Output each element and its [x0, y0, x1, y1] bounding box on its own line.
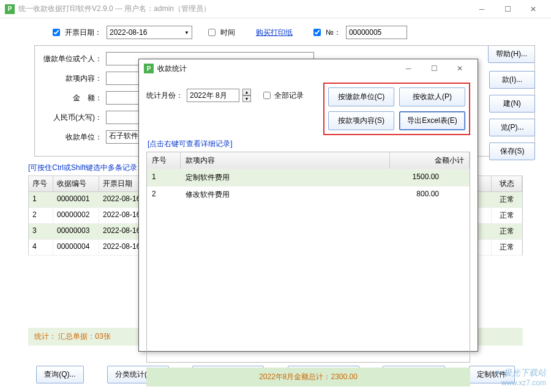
by-payer-button[interactable]: 按缴款单位(C)	[328, 87, 394, 106]
cell-status: 正常	[492, 192, 522, 207]
cell-seq: 1	[147, 169, 181, 186]
cell-seq: 1	[29, 192, 53, 207]
time-checkbox[interactable]	[208, 29, 216, 36]
by-payee-button[interactable]: 按收款人(P)	[399, 87, 465, 106]
cell-amount: 800.00	[390, 187, 470, 203]
th-status[interactable]: 状态	[492, 176, 522, 191]
minimize-icon[interactable]: ─	[469, 1, 495, 18]
payee-value: 石子软件	[109, 131, 138, 140]
cell-amount: 1500.00	[390, 169, 470, 186]
payer-label: 缴款单位或个人：	[41, 54, 102, 64]
rmb-label: 人民币(大写)：	[41, 113, 102, 123]
dialog-hint: [点击右键可查看详细记录]	[148, 139, 470, 149]
side-buttons: 款(I)... 建(N) 览(P)... 保存(S)	[489, 71, 535, 160]
invoice-date-combo[interactable]: 2022-08-16 ▼	[107, 26, 192, 39]
th-seq[interactable]: 序号	[29, 176, 53, 191]
side-button-3[interactable]: 览(P)...	[489, 119, 535, 136]
titlebar: P 统一收款收据打印软件V2.9.0 --- 用户名：admin（管理员） ─ …	[0, 0, 551, 18]
dialog-icon: P	[144, 64, 154, 73]
month-label: 统计月份：	[146, 91, 183, 101]
amount-label: 金 额：	[41, 93, 102, 103]
top-toolbar: 开票日期： 2022-08-16 ▼ 时间 购买打印纸 №： 00000005	[10, 26, 541, 39]
month-input[interactable]: 2022年 8月	[187, 89, 239, 102]
dlg-th-content[interactable]: 款项内容	[181, 152, 390, 169]
window-title: 统一收款收据打印软件V2.9.0 --- 用户名：admin（管理员）	[18, 4, 469, 14]
spin-up-icon[interactable]: ▲	[242, 89, 251, 95]
side-button-4[interactable]: 保存(S)	[489, 142, 535, 160]
cell-content: 修改软件费用	[181, 187, 390, 203]
cell-num: 00000002	[53, 208, 99, 223]
cell-status: 正常	[492, 240, 522, 255]
dlg-th-amount[interactable]: 金额小计	[390, 152, 470, 169]
table-row[interactable]: 2 修改软件费用 800.00	[147, 186, 470, 203]
action-buttons-group: 按缴款单位(C) 按收款人(P) 按款项内容(S) 导出Excel表(E)	[323, 83, 470, 135]
dialog-footer: 2022年8月金额总计：2300.00	[146, 368, 470, 386]
app-icon: P	[5, 4, 15, 14]
no-checkbox[interactable]	[313, 29, 321, 36]
item-label: 款项内容：	[41, 73, 102, 84]
table-empty-area	[147, 203, 470, 362]
side-button-1[interactable]: 款(I)...	[489, 71, 535, 89]
query-button[interactable]: 查询(Q)...	[36, 366, 83, 383]
cell-num: 00000003	[53, 224, 99, 239]
invoice-date-value: 2022-08-16	[110, 28, 147, 37]
dlg-th-seq[interactable]: 序号	[147, 152, 181, 169]
all-records-checkbox[interactable]	[263, 92, 271, 99]
maximize-icon[interactable]: ☐	[495, 1, 520, 18]
table-row[interactable]: 1 定制软件费用 1500.00	[147, 169, 470, 186]
by-item-button[interactable]: 按款项内容(S)	[328, 111, 394, 130]
cell-seq: 2	[147, 187, 181, 203]
export-excel-dialog-button[interactable]: 导出Excel表(E)	[399, 111, 465, 130]
cell-num: 00000004	[53, 240, 99, 255]
spin-down-icon[interactable]: ▼	[242, 95, 251, 102]
cell-status: 正常	[492, 224, 522, 239]
payee-label: 收款单位：	[41, 132, 102, 142]
invoice-date-label: 开票日期：	[65, 28, 102, 38]
dialog-close-icon[interactable]: ✕	[447, 60, 473, 77]
dialog-table: 序号 款项内容 金额小计 1 定制软件费用 1500.00 2 修改软件费用 8…	[146, 152, 470, 363]
invoice-date-checkbox[interactable]	[53, 29, 60, 36]
cell-num: 00000001	[53, 192, 99, 207]
month-value: 2022年 8月	[190, 91, 227, 101]
no-input[interactable]: 00000005	[346, 26, 407, 39]
cell-content: 定制软件费用	[181, 169, 390, 186]
cell-status: 正常	[492, 208, 522, 223]
cell-seq: 3	[29, 224, 53, 239]
buy-paper-link[interactable]: 购买打印纸	[256, 28, 293, 38]
dialog-maximize-icon[interactable]: ☐	[421, 60, 447, 77]
chevron-down-icon: ▼	[184, 30, 189, 35]
time-label: 时间	[220, 28, 235, 38]
all-records-label: 全部记录	[274, 91, 304, 101]
no-value: 00000005	[349, 28, 381, 37]
side-button-2[interactable]: 建(N)	[489, 95, 535, 113]
stats-dialog: P 收款统计 ─ ☐ ✕ 统计月份： 2022年 8月 ▲ ▼ 全部记录 按缴款…	[138, 59, 478, 352]
cell-seq: 2	[29, 208, 53, 223]
no-label: №：	[326, 28, 341, 38]
dialog-title-text: 收款统计	[157, 64, 187, 74]
dialog-titlebar: P 收款统计 ─ ☐ ✕	[139, 59, 478, 78]
cell-seq: 4	[29, 240, 53, 255]
th-num[interactable]: 收据编号	[53, 176, 99, 191]
dialog-minimize-icon[interactable]: ─	[395, 60, 421, 77]
close-icon[interactable]: ✕	[520, 1, 546, 18]
